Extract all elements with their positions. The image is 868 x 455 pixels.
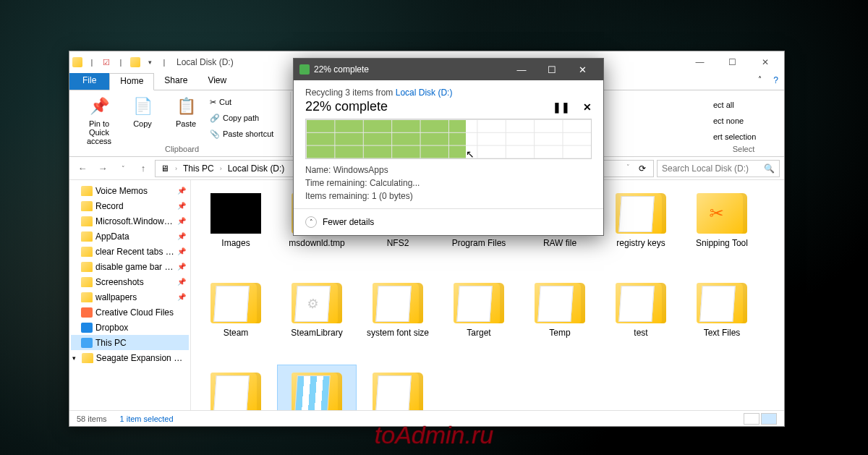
tree-node[interactable]: disable game bar sugges📌 xyxy=(71,259,189,274)
file-item[interactable]: test xyxy=(602,276,680,362)
folder-icon xyxy=(81,231,93,242)
invert-selection-button[interactable]: ert selection xyxy=(713,129,774,144)
tree-label: Creative Cloud Files xyxy=(95,307,174,318)
tree-label: disable game bar sugges xyxy=(95,262,174,272)
source-link[interactable]: Local Disk (D:) xyxy=(396,88,453,98)
paste-button[interactable]: 📋Paste xyxy=(166,93,205,145)
file-item[interactable]: Snipping Tool xyxy=(683,186,761,273)
file-label: Images xyxy=(221,238,250,248)
scissors-icon: ✂ xyxy=(210,98,216,107)
forward-button[interactable]: → xyxy=(94,160,111,177)
file-item[interactable]: SteamLibrary xyxy=(278,276,356,362)
file-label: NFS2 xyxy=(387,238,409,248)
dialog-minimize-button[interactable]: — xyxy=(506,59,537,80)
copy-path-button[interactable]: 🔗Copy path xyxy=(210,111,273,125)
file-item[interactable]: Temp xyxy=(521,276,599,362)
tree-node[interactable]: Creative Cloud Files xyxy=(71,305,189,320)
tree-node[interactable]: clear Recent tabs history📌 xyxy=(71,244,189,259)
folder-icon xyxy=(81,277,93,287)
tree-node[interactable]: Voice Memos📌 xyxy=(71,183,189,198)
tree-node[interactable]: AppData📌 xyxy=(71,229,189,244)
watermark: toAdmin.ru xyxy=(375,421,493,449)
pause-button[interactable]: ❚❚ xyxy=(553,101,570,113)
file-item[interactable]: winx xyxy=(359,365,437,410)
tree-node[interactable]: ▾Seagate Expansion Drive ( xyxy=(71,350,189,365)
tab-view[interactable]: View xyxy=(197,73,237,90)
pin-icon: 📌 xyxy=(177,293,186,301)
crumb-this-pc[interactable]: This PC xyxy=(181,163,216,174)
tree-node[interactable]: Dropbox xyxy=(71,320,189,335)
file-item[interactable]: registry keys xyxy=(602,186,680,273)
tree-node[interactable]: Record📌 xyxy=(71,198,189,213)
maximize-button[interactable]: ☐ xyxy=(716,52,749,72)
file-item[interactable]: WindowsApps xyxy=(278,365,356,410)
transfer-icon xyxy=(299,64,310,75)
folder-icon xyxy=(81,216,93,226)
minimize-button[interactable]: — xyxy=(684,52,716,72)
tree-label: clear Recent tabs history xyxy=(95,247,174,257)
tree-label: AppData xyxy=(95,231,129,242)
tab-share[interactable]: Share xyxy=(154,73,197,90)
search-input[interactable]: Search Local Disk (D:)🔍 xyxy=(657,160,780,177)
close-button[interactable]: ✕ xyxy=(749,52,781,72)
back-button[interactable]: ← xyxy=(74,160,91,177)
qat-check-icon[interactable]: ☑ xyxy=(101,57,111,67)
folder-icon xyxy=(81,247,93,257)
paste-shortcut-button[interactable]: 📎Paste shortcut xyxy=(210,127,273,141)
file-label: test xyxy=(634,328,647,338)
folder-icon xyxy=(81,338,93,348)
file-item[interactable]: Target xyxy=(440,276,518,362)
item-count: 58 items xyxy=(77,414,107,423)
tree-node[interactable]: Screenshots📌 xyxy=(71,274,189,289)
up-button[interactable]: ↑ xyxy=(135,160,152,177)
file-item[interactable]: Text Files xyxy=(683,276,761,362)
help-icon[interactable]: ? xyxy=(767,73,784,90)
icons-view-button[interactable] xyxy=(761,413,777,425)
operation-text: Recycling 3 items from Local Disk (D:) xyxy=(305,88,592,98)
crumb-dropdown-icon[interactable]: ˅ xyxy=(624,163,632,174)
select-all-button[interactable]: ect all xyxy=(713,98,774,112)
folder-icon xyxy=(81,186,93,196)
file-item[interactable]: Images xyxy=(197,186,275,273)
qat-sep: | xyxy=(116,57,126,67)
refresh-icon[interactable]: ⟳ xyxy=(637,163,648,174)
folder-icon xyxy=(616,283,666,323)
folder-icon xyxy=(454,283,504,323)
cancel-button[interactable]: ✕ xyxy=(583,101,592,113)
tab-file[interactable]: File xyxy=(69,73,109,90)
crumb-drive[interactable]: Local Disk (D:) xyxy=(226,163,287,174)
percent-complete: 22% complete xyxy=(305,99,592,114)
tab-home[interactable]: Home xyxy=(109,73,154,90)
tree-node[interactable]: Microsoft.WindowsTe📌 xyxy=(71,213,189,229)
tree-label: wallpapers xyxy=(95,292,137,302)
shortcut-icon: 📎 xyxy=(210,129,220,139)
dialog-titlebar[interactable]: 22% complete — ☐ ✕ xyxy=(294,59,603,80)
dialog-close-button[interactable]: ✕ xyxy=(567,59,597,80)
navigation-tree[interactable]: Voice Memos📌Record📌Microsoft.WindowsTe📌A… xyxy=(69,180,191,410)
folder-icon xyxy=(373,373,423,410)
details-view-button[interactable] xyxy=(744,413,760,425)
tree-node[interactable]: wallpapers📌 xyxy=(71,289,189,305)
copy-button[interactable]: 📄Copy xyxy=(123,93,162,145)
qat-dropdown-icon[interactable]: ▾ xyxy=(145,57,155,67)
file-item[interactable]: system font size xyxy=(359,276,437,362)
select-none-button[interactable]: ect none xyxy=(713,114,774,128)
qat-sep: | xyxy=(87,57,97,67)
recent-button[interactable]: ˅ xyxy=(114,160,132,177)
transfer-details: Name: WindowsApps Time remaining: Calcul… xyxy=(305,163,592,203)
folder-icon xyxy=(616,193,666,234)
file-item[interactable]: Steam xyxy=(197,276,275,362)
file-label: system font size xyxy=(367,328,429,338)
folder-icon xyxy=(72,57,82,67)
fewer-details-button[interactable]: ˄ Fewer details xyxy=(294,208,603,235)
progress-bar: ↖ xyxy=(305,119,592,159)
tree-node[interactable]: This PC xyxy=(71,335,189,350)
pin-quick-access-button[interactable]: 📌Pin to Quick access xyxy=(80,93,119,145)
folder-icon xyxy=(210,373,261,410)
folder-icon xyxy=(697,283,747,323)
cut-button[interactable]: ✂Cut xyxy=(210,95,273,109)
file-item[interactable]: Windows Terminal settings xyxy=(197,365,275,410)
dialog-maximize-button[interactable]: ☐ xyxy=(537,59,567,80)
pc-icon: 🖥 xyxy=(158,163,171,174)
ribbon-collapse-icon[interactable]: ˄ xyxy=(752,73,767,90)
